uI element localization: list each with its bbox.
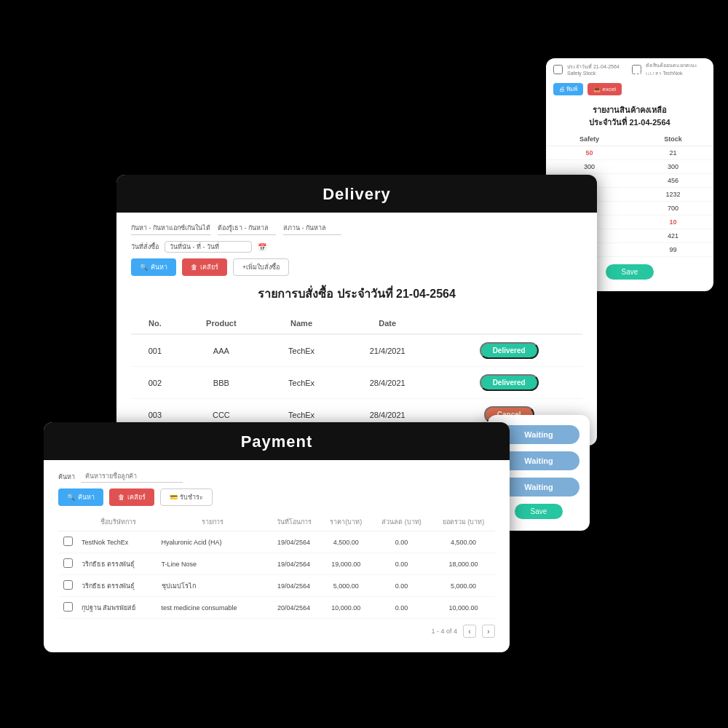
delivery-date-cell: 28/4/2021 xyxy=(339,367,435,399)
payment-search-button[interactable]: 🔍 ค้นหา xyxy=(58,488,103,506)
delivery-table: No. Product Name Date 001 AAA TechEx 21/… xyxy=(131,313,582,431)
stock-print-button[interactable]: 🖨 พิมพ์ xyxy=(553,83,583,95)
payment-row-checkbox[interactable] xyxy=(63,537,73,546)
payment-discount-cell: 0.00 xyxy=(371,531,432,553)
payment-total-cell: 18,000.00 xyxy=(432,553,495,575)
payment-company-cell: กุปฐาน สัมพรพัยสย์ xyxy=(79,597,159,619)
payment-table-row: วริกธีธธ ตรรงพันธุ์ T-Line Nose 19/04/25… xyxy=(58,553,495,575)
delivery-product-cell: BBB xyxy=(179,367,264,399)
payment-discount-cell: 0.00 xyxy=(371,575,432,597)
stock-btn-row: 🖨 พิมพ์ 📥 excel xyxy=(546,80,713,100)
stock-stock-cell: 1232 xyxy=(633,188,713,202)
delivery-no-cell: 001 xyxy=(131,334,179,367)
payment-search-input[interactable] xyxy=(81,470,183,483)
payment-table-row: TestNok TechEx Hyaluronic Acid (HA) 19/0… xyxy=(58,531,495,553)
payment-date-cell: 20/04/2564 xyxy=(266,597,320,619)
payment-total-cell: 10,000.00 xyxy=(432,597,495,619)
payment-discount-cell: 0.00 xyxy=(371,553,432,575)
stock-checkbox-area: ประจำวันที่ 21-04-2564 Safety Stock ตัดส… xyxy=(546,58,713,80)
delivery-header: Delivery xyxy=(116,175,597,213)
payment-check-cell[interactable] xyxy=(58,531,79,553)
payment-item-cell: T-Line Nose xyxy=(159,553,267,575)
stock-checkbox-1[interactable] xyxy=(553,65,563,74)
payment-date-cell: 19/04/2564 xyxy=(266,553,320,575)
payment-table-row: กุปฐาน สัมพรพัยสย์ test medicine consuma… xyxy=(58,597,495,619)
stock-excel-button[interactable]: 📥 excel xyxy=(587,83,622,95)
stock-panel-label: สต๊อก xyxy=(634,64,664,82)
payment-search-label: ค้นหา xyxy=(58,472,75,482)
delivery-status-badge[interactable]: Delivered xyxy=(480,342,539,359)
payment-panel: Payment ค้นหา 🔍 ค้นหา 🗑 เคลียร์ 💳 รับชำร… xyxy=(44,422,510,652)
payment-total-cell: 5,000.00 xyxy=(432,575,495,597)
stock-stock-cell: 456 xyxy=(633,174,713,188)
payment-header: Payment xyxy=(44,422,510,460)
delivery-col-date: Date xyxy=(339,313,435,334)
search-icon: 🔍 xyxy=(67,494,75,501)
payment-company-cell: วริกธีธธ ตรรงพันธุ์ xyxy=(79,553,159,575)
payment-item-cell: test medicine consumable xyxy=(159,597,267,619)
waiting-button-2[interactable]: Waiting xyxy=(498,451,579,470)
delivery-status-cell: Delivered xyxy=(435,334,582,367)
delivery-name-cell: TechEx xyxy=(264,367,339,399)
delivery-date-input[interactable] xyxy=(165,241,252,253)
payment-check-cell[interactable] xyxy=(58,553,79,575)
waiting-save-button[interactable]: Save xyxy=(515,504,563,519)
payment-table-row: วริกธีธธ ตรรงพันธุ์ ชุปเมปโรไก 19/04/256… xyxy=(58,575,495,597)
clear-icon: 🗑 xyxy=(118,494,124,501)
pagination-prev-button[interactable]: ‹ xyxy=(463,625,476,638)
payment-item-cell: Hyaluronic Acid (HA) xyxy=(159,531,267,553)
payment-check-cell[interactable] xyxy=(58,575,79,597)
payment-col-date: วันที่โอนการ xyxy=(266,513,320,531)
delivery-no-cell: 002 xyxy=(131,367,179,399)
stock-safety-cell: 300 xyxy=(546,160,633,174)
delivery-date-row: วันที่สั่งซื้อ 📅 xyxy=(131,241,582,253)
payment-receive-button[interactable]: 💳 รับชำระ xyxy=(160,488,213,506)
delivery-date-cell: 21/4/2021 xyxy=(339,334,435,367)
clear-icon: 🗑 xyxy=(191,264,197,271)
delivery-search-button[interactable]: 🔍 ค้นหา xyxy=(131,258,176,276)
payment-price-cell: 19,000.00 xyxy=(321,553,371,575)
payment-check-cell[interactable] xyxy=(58,597,79,619)
delivery-table-row: 001 AAA TechEx 21/4/2021 Delivered xyxy=(131,334,582,367)
payment-table: ชื่อบริษัทการ รายการ วันที่โอนการ ราคา(บ… xyxy=(58,513,495,619)
stock-save-button[interactable]: Save xyxy=(606,264,654,280)
payment-body: ค้นหา 🔍 ค้นหา 🗑 เคลียร์ 💳 รับชำระ ชื่อบร… xyxy=(44,460,510,652)
delivery-col-no: No. xyxy=(131,313,179,334)
payment-price-cell: 4,500.00 xyxy=(321,531,371,553)
delivery-table-row: 002 BBB TechEx 28/4/2021 Delivered xyxy=(131,367,582,399)
payment-row-checkbox[interactable] xyxy=(63,602,73,612)
delivery-export-button[interactable]: +เพิ่มใบสั่งซื้อ xyxy=(233,258,289,276)
stock-stock-cell: 99 xyxy=(633,243,713,257)
payment-company-cell: TestNok TechEx xyxy=(79,531,159,553)
stock-stock-cell: 700 xyxy=(633,202,713,215)
delivery-date-label: วันที่สั่งซื้อ xyxy=(131,242,159,252)
delivery-status-badge[interactable]: Delivered xyxy=(480,374,539,391)
payment-col-price: ราคา(บาท) xyxy=(321,513,371,531)
delivery-panel: Delivery กันหา - กันหาแอกซ์เกันในได้ ต้อ… xyxy=(116,175,597,446)
payment-col-discount: ส่วนลด (บาท) xyxy=(371,513,432,531)
waiting-save-area: Save xyxy=(498,504,579,519)
payment-col-company: ชื่อบริษัทการ xyxy=(79,513,159,531)
pagination-next-button[interactable]: › xyxy=(482,625,495,638)
stock-stock-cell: 421 xyxy=(633,229,713,243)
stock-safety-cell: 50 xyxy=(546,146,633,160)
payment-row-checkbox[interactable] xyxy=(63,580,73,590)
payment-item-cell: ชุปเมปโรไก xyxy=(159,575,267,597)
delivery-status-cell: Delivered xyxy=(435,367,582,399)
delivery-clear-button[interactable]: 🗑 เคลียร์ xyxy=(182,258,227,276)
waiting-button-1[interactable]: Waiting xyxy=(498,425,579,444)
payment-col-total: ยอดรวม (บาท) xyxy=(432,513,495,531)
delivery-col-status xyxy=(435,313,582,334)
stock-stock-cell: 10 xyxy=(633,215,713,229)
payment-price-cell: 10,000.00 xyxy=(321,597,371,619)
payment-row-checkbox[interactable] xyxy=(63,558,73,568)
delivery-title: รายการบสั่งซื้อ ประจำวันที่ 21-04-2564 xyxy=(131,285,582,303)
delivery-col-product: Product xyxy=(179,313,264,334)
payment-clear-button[interactable]: 🗑 เคลียร์ xyxy=(109,488,154,506)
delivery-filter-1: กันหา - กันหาแอกซ์เกันในได้ xyxy=(131,223,210,235)
delivery-calendar-icon[interactable]: 📅 xyxy=(258,243,266,251)
payment-date-cell: 19/04/2564 xyxy=(266,531,320,553)
payment-total-cell: 4,500.00 xyxy=(432,531,495,553)
search-icon: 🔍 xyxy=(140,264,148,271)
waiting-button-3[interactable]: Waiting xyxy=(498,478,579,496)
